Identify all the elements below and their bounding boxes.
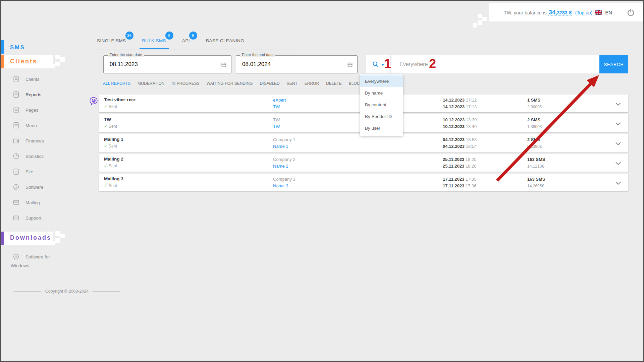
- tab-badge: 36: [125, 32, 133, 40]
- sidebar-item-clients[interactable]: Clients: [12, 75, 39, 83]
- report-title: Mailing 2: [104, 157, 123, 162]
- document-icon: [12, 106, 20, 114]
- document-icon: [12, 75, 20, 83]
- filter-delete[interactable]: DELETE: [326, 81, 342, 86]
- report-row[interactable]: Mailing 1 ✓Sent Company 1 Name 1 04.12.2…: [99, 134, 628, 152]
- tabs-divider: [96, 50, 289, 50]
- filter-error[interactable]: ERROR: [305, 81, 319, 86]
- sidebar-item-statistics[interactable]: Statistics: [12, 152, 44, 160]
- search-icon: [372, 61, 379, 68]
- company-label: Company 3: [273, 176, 295, 183]
- download-icon: [12, 183, 20, 191]
- sidebar-item-reports[interactable]: Reports: [12, 90, 41, 99]
- sidebar-item-support[interactable]: Support: [12, 214, 41, 222]
- report-row[interactable]: Mailing 3 ✓Sent Company 3 Name 3 17.11.2…: [99, 174, 628, 191]
- sent-check-icon: ✓: [104, 164, 107, 168]
- dropdown-option-by-name[interactable]: By name: [360, 87, 403, 99]
- sender-link[interactable]: Name 3: [273, 183, 295, 189]
- topbar: TW, your balance is 34,3783 ₴ (Top up) E…: [489, 3, 644, 21]
- wallet-icon: [12, 137, 20, 145]
- filter-sent[interactable]: SENT: [287, 81, 298, 86]
- dropdown-option-by-content[interactable]: By content: [360, 99, 403, 111]
- report-dates: 17.11.2023 17:35 17.11.2023 17:36: [443, 176, 477, 189]
- sender-link[interactable]: Name 2: [273, 163, 295, 170]
- sidebar-item-mailing[interactable]: Mailing: [12, 198, 40, 206]
- pixel-decoration: [53, 56, 53, 56]
- sent-check-icon: ✓: [104, 183, 107, 188]
- language-selector[interactable]: EN: [595, 10, 612, 15]
- report-volume: 2 SMS 1.3800₴: [527, 117, 542, 130]
- report-volume: 163 SMS 14.2695€: [527, 176, 545, 189]
- sidebar-section-sms[interactable]: SMS: [10, 44, 25, 51]
- pixel-decoration: [489, 12, 489, 13]
- report-status: ✓Sent: [104, 144, 117, 148]
- sender-link[interactable]: Name 1: [273, 143, 295, 150]
- report-volume: 1 SMS 2.0000₴: [527, 97, 542, 110]
- balance-prefix: TW, your balance is: [504, 10, 546, 15]
- dropdown-option-by-user[interactable]: By user: [360, 122, 403, 134]
- status-filter-row: ALL REPORTS MODERATION IN PROGRESS WAITI…: [103, 81, 368, 86]
- sent-check-icon: ✓: [104, 144, 107, 148]
- sidebar-section-clients[interactable]: Clients: [10, 58, 37, 65]
- company-link[interactable]: eXpert: [273, 97, 286, 104]
- filter-all-reports[interactable]: ALL REPORTS: [103, 81, 130, 86]
- search-bar: SEARCH: [366, 55, 628, 73]
- expand-chevron-icon[interactable]: [615, 121, 621, 127]
- report-company-sender: Company 2 Name 2: [273, 156, 295, 170]
- logout-button[interactable]: [626, 8, 635, 17]
- report-volume: 2 SMS 0.1380€: [527, 136, 542, 150]
- end-date-field: Enter the end date: [236, 55, 358, 73]
- tab-api[interactable]: API 5: [181, 34, 191, 49]
- start-date-input[interactable]: [109, 61, 193, 68]
- filter-waiting-for-sending[interactable]: WAITING FOR SENDING: [207, 81, 253, 86]
- report-status: ✓Sent: [104, 104, 117, 109]
- tab-bulk-sms[interactable]: BULK SMS 5: [142, 34, 167, 49]
- calendar-icon[interactable]: [221, 62, 227, 69]
- expand-chevron-icon[interactable]: [615, 141, 621, 147]
- sidebar-item-pages[interactable]: Pages: [12, 106, 38, 114]
- tab-single-sms[interactable]: SINGLE SMS 36: [96, 34, 127, 49]
- top-up-link[interactable]: (Top up): [575, 10, 592, 15]
- expand-chevron-icon[interactable]: [615, 161, 621, 167]
- sender-link[interactable]: TW: [273, 104, 286, 110]
- sidebar-item-software-for-windows-line2[interactable]: Windows: [11, 263, 29, 268]
- dropdown-option-by-sender-id[interactable]: By Sender ID: [360, 111, 403, 122]
- expand-chevron-icon[interactable]: [615, 180, 621, 186]
- calendar-icon[interactable]: [347, 62, 353, 69]
- search-input[interactable]: [391, 55, 599, 73]
- sms-section-bar: [1, 40, 4, 54]
- filter-disabled[interactable]: DISABLED: [260, 81, 279, 86]
- balance-value[interactable]: 34,3783 ₴: [548, 10, 572, 16]
- document-icon: [12, 168, 20, 176]
- envelope-icon: [12, 214, 20, 222]
- sidebar-section-downloads[interactable]: Downloads: [10, 234, 51, 241]
- viber-icon: [89, 97, 98, 108]
- dropdown-option-everywhere[interactable]: Everywhere: [360, 75, 403, 87]
- report-row[interactable]: Mailing 2 ✓Sent Company 2 Name 2 25.11.2…: [99, 154, 628, 172]
- uk-flag-icon: [595, 10, 602, 15]
- expand-chevron-icon[interactable]: [615, 101, 621, 107]
- sidebar-item-menu[interactable]: Menu: [12, 121, 37, 129]
- end-date-input[interactable]: [241, 61, 322, 68]
- pie-chart-icon: [12, 152, 20, 160]
- document-icon: [12, 90, 20, 99]
- power-icon: [626, 8, 635, 17]
- filter-in-progress[interactable]: IN PROGRESS: [171, 81, 199, 86]
- company-label: TW: [273, 117, 280, 123]
- tab-base-cleaning[interactable]: BASE CLEANING: [205, 34, 245, 49]
- copyright: Copyright © 2008-2024: [14, 289, 120, 294]
- sidebar-item-site[interactable]: Site: [12, 168, 33, 176]
- report-company-sender: Company 3 Name 3: [273, 176, 295, 189]
- sender-link[interactable]: TW: [273, 123, 280, 130]
- search-button[interactable]: SEARCH: [599, 55, 628, 73]
- tab-badge: 5: [165, 32, 173, 40]
- sidebar-item-software[interactable]: Software: [12, 183, 43, 191]
- filter-moderation[interactable]: MODERATION: [138, 81, 164, 86]
- sidebar-item-finances[interactable]: Finances: [12, 137, 44, 145]
- tab-badge: 5: [189, 32, 197, 40]
- sent-check-icon: ✓: [104, 104, 107, 109]
- sidebar-item-software-for-windows[interactable]: Software for: [12, 253, 50, 261]
- report-title: TW: [104, 117, 111, 122]
- clients-section-bar: [1, 55, 4, 68]
- downloads-section-bar: [1, 232, 4, 245]
